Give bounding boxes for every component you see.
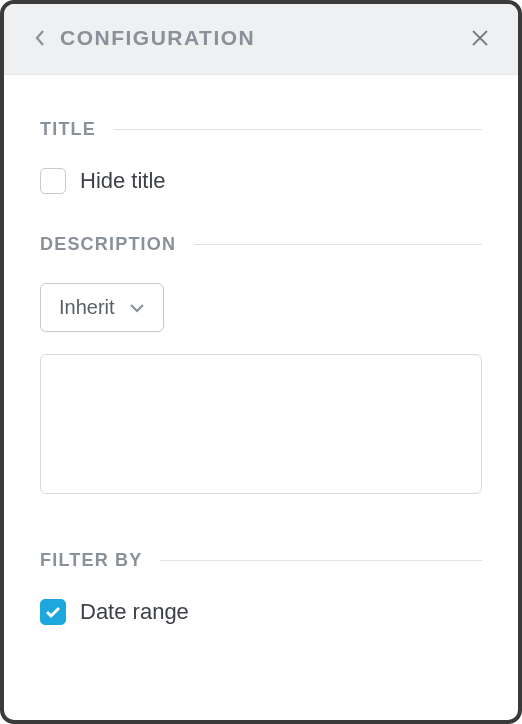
- date-range-checkbox[interactable]: [40, 599, 66, 625]
- divider: [160, 560, 482, 561]
- section-header-filter-by: FILTER BY: [40, 550, 482, 571]
- configuration-panel: CONFIGURATION TITLE Hide title DESCRIPTI…: [0, 0, 522, 724]
- close-button[interactable]: [468, 26, 492, 50]
- dropdown-selected-label: Inherit: [59, 296, 115, 319]
- date-range-label: Date range: [80, 599, 189, 625]
- hide-title-row: Hide title: [40, 168, 482, 194]
- hide-title-label: Hide title: [80, 168, 166, 194]
- section-label-description: DESCRIPTION: [40, 234, 176, 255]
- section-header-description: DESCRIPTION: [40, 234, 482, 255]
- header-left: CONFIGURATION: [30, 26, 255, 50]
- chevron-left-icon: [34, 29, 46, 47]
- section-label-filter-by: FILTER BY: [40, 550, 142, 571]
- section-label-title: TITLE: [40, 119, 96, 140]
- chevron-down-icon: [129, 302, 145, 314]
- checkmark-icon: [45, 605, 61, 619]
- description-textarea[interactable]: [40, 354, 482, 494]
- section-title: TITLE Hide title: [40, 119, 482, 194]
- panel-header: CONFIGURATION: [4, 4, 518, 75]
- section-header-title: TITLE: [40, 119, 482, 140]
- panel-title: CONFIGURATION: [60, 26, 255, 50]
- section-description: DESCRIPTION Inherit: [40, 234, 482, 498]
- date-range-row: Date range: [40, 599, 482, 625]
- section-filter-by: FILTER BY Date range: [40, 550, 482, 625]
- description-mode-dropdown[interactable]: Inherit: [40, 283, 164, 332]
- back-button[interactable]: [30, 28, 50, 48]
- divider: [194, 244, 482, 245]
- close-icon: [470, 28, 490, 48]
- divider: [114, 129, 482, 130]
- hide-title-checkbox[interactable]: [40, 168, 66, 194]
- panel-content: TITLE Hide title DESCRIPTION Inherit: [4, 75, 518, 720]
